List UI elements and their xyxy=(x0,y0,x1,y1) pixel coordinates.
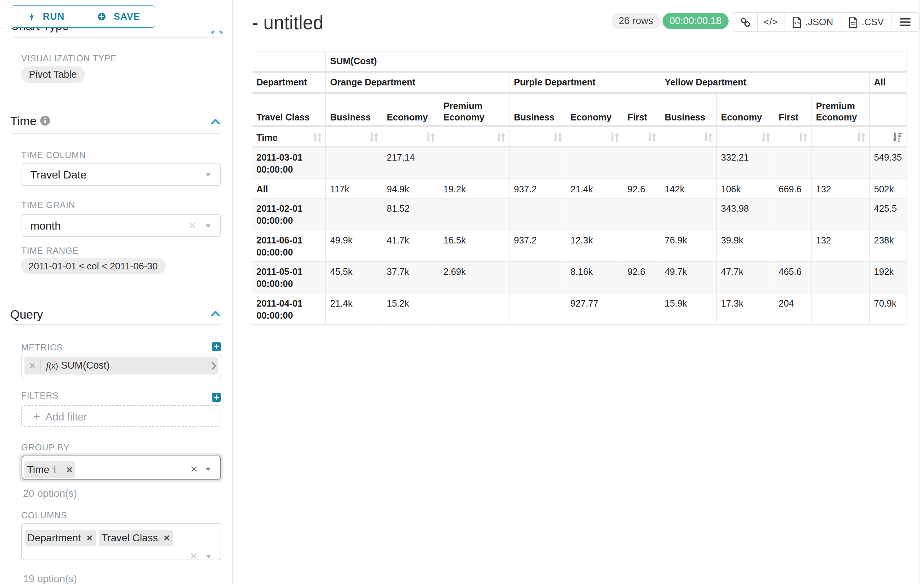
svg-text:</>: </> xyxy=(794,21,800,25)
